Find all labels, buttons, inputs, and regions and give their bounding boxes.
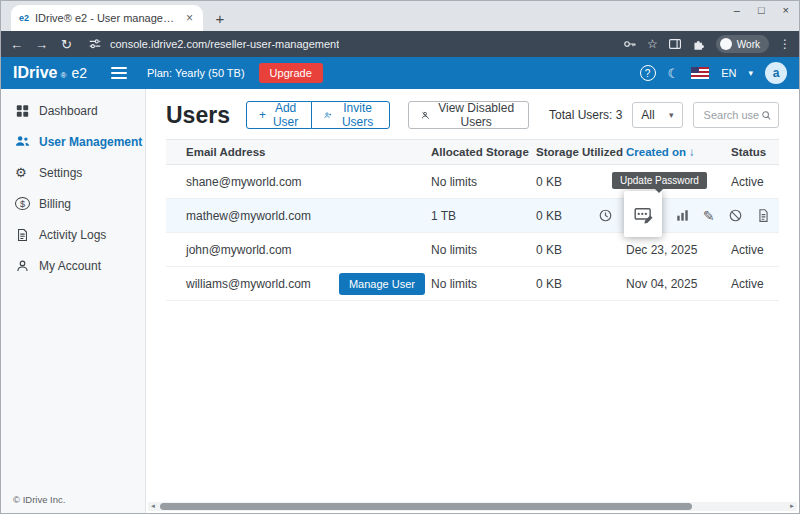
person-plus-icon [324, 109, 332, 122]
table-row[interactable]: williams@myworld.com Manage User No limi… [166, 267, 779, 301]
browser-toolbar: ← → ↻ console.idrive2.com/reseller-user-… [1, 31, 799, 57]
email-cell: shane@myworld.com [166, 175, 431, 189]
idrive-logo[interactable]: IDrive ® e2 [13, 64, 87, 82]
gear-icon: ⚙ [15, 166, 30, 179]
sidebar-item-label: Activity Logs [39, 228, 106, 242]
allocated-cell: No limits [431, 243, 536, 257]
status-cell: Active [731, 243, 779, 257]
maximize-icon[interactable]: □ [758, 4, 765, 16]
disable-user-icon[interactable] [728, 208, 743, 223]
scrollbar-thumb[interactable] [160, 503, 692, 510]
edit-pencil-icon[interactable]: ✎ [703, 209, 715, 223]
sidebar-item-activity-logs[interactable]: Activity Logs [1, 219, 145, 250]
toolbar-actions: ☆ Work ⋮ [623, 35, 791, 53]
manage-user-button[interactable]: Manage User [339, 273, 425, 295]
back-icon[interactable]: ← [9, 37, 24, 52]
allocated-cell: 1 TB [431, 209, 536, 223]
hamburger-menu-icon[interactable] [111, 67, 127, 79]
language-label[interactable]: EN [721, 67, 736, 79]
total-users-label: Total Users: 3 [549, 108, 622, 122]
table-row[interactable]: mathew@myworld.com 1 TB 0 KB [166, 199, 779, 233]
upgrade-button[interactable]: Upgrade [259, 63, 323, 83]
sidebar-item-settings[interactable]: ⚙ Settings [1, 157, 145, 188]
minimize-icon[interactable]: – [734, 4, 740, 16]
allocated-cell: No limits [431, 277, 536, 291]
search-box [693, 102, 779, 128]
plus-icon: + [259, 108, 266, 122]
search-icon[interactable] [761, 109, 772, 122]
col-header-allocated: Allocated Storage [431, 146, 536, 158]
logo-registered-mark: ® [60, 71, 66, 80]
copyright-text: © IDrive Inc. [13, 494, 65, 505]
new-tab-button[interactable]: + [209, 7, 231, 29]
app-body: Dashboard User Management ⚙ Settings $ B… [1, 89, 799, 513]
table-row[interactable]: john@myworld.com No limits 0 KB Dec 23, … [166, 233, 779, 267]
forward-icon[interactable]: → [34, 37, 49, 52]
view-disabled-users-button[interactable]: View Disabled Users [408, 101, 529, 129]
add-user-label: Add User [272, 101, 299, 129]
access-history-clock-icon[interactable] [598, 208, 613, 223]
sidebar-item-label: My Account [39, 259, 101, 273]
tab-close-icon[interactable]: × [184, 11, 195, 25]
tab-strip: e2 IDrive® e2 - User management × + – □ … [1, 1, 799, 31]
chevron-down-icon: ▾ [669, 110, 674, 120]
update-password-tooltip: Update Password [612, 172, 707, 189]
billing-dollar-icon: $ [15, 197, 30, 210]
sidebar: Dashboard User Management ⚙ Settings $ B… [1, 89, 146, 513]
users-table: Email Address Allocated Storage Storage … [166, 139, 779, 301]
allocated-cell: No limits [431, 175, 536, 189]
sidebar-item-user-management[interactable]: User Management [1, 126, 145, 157]
address-bar[interactable]: console.idrive2.com/reseller-user-manage… [84, 37, 613, 51]
col-header-created[interactable]: Created on ↓ [626, 146, 731, 158]
close-icon[interactable]: × [783, 4, 789, 16]
sidebar-item-billing[interactable]: $ Billing [1, 188, 145, 219]
browser-profile-chip[interactable]: Work [716, 35, 769, 53]
page-header: Users + Add User Invite Users [166, 99, 779, 131]
header-actions: ? ☾ EN ▾ a [640, 62, 787, 84]
browser-window: e2 IDrive® e2 - User management × + – □ … [0, 0, 800, 514]
reload-icon[interactable]: ↻ [59, 37, 74, 52]
sort-desc-icon: ↓ [689, 146, 695, 158]
invite-users-button[interactable]: Invite Users [311, 101, 390, 129]
sidebar-item-label: Dashboard [39, 104, 98, 118]
scroll-left-icon[interactable]: ◄ [148, 502, 158, 511]
page-title: Users [166, 102, 230, 129]
dark-mode-moon-icon[interactable]: ☾ [668, 66, 680, 81]
col-header-email: Email Address [166, 146, 431, 158]
user-actions-group: + Add User Invite Users [246, 101, 390, 129]
site-info-icon[interactable] [88, 37, 102, 51]
person-slash-icon [421, 109, 430, 122]
password-key-icon[interactable] [623, 37, 637, 51]
logo-brand: IDrive [13, 64, 57, 82]
side-panel-icon[interactable] [668, 37, 682, 51]
browser-menu-icon[interactable]: ⋮ [779, 37, 791, 51]
search-input[interactable] [702, 108, 762, 122]
url-text: console.idrive2.com/reseller-user-manage… [110, 38, 339, 50]
user-filter-select[interactable]: All ▾ [632, 102, 682, 128]
user-logs-file-icon[interactable] [756, 208, 771, 223]
extensions-puzzle-icon[interactable] [692, 37, 706, 51]
update-password-button[interactable] [624, 191, 662, 237]
invite-users-label: Invite Users [338, 101, 377, 129]
sidebar-item-label: Settings [39, 166, 82, 180]
sidebar-item-my-account[interactable]: My Account [1, 250, 145, 281]
add-user-button[interactable]: + Add User [246, 101, 312, 129]
help-icon[interactable]: ? [640, 65, 656, 81]
status-cell: Active [731, 277, 779, 291]
bookmark-star-icon[interactable]: ☆ [647, 37, 658, 51]
usage-stats-icon[interactable] [675, 208, 690, 223]
email-cell: mathew@myworld.com [166, 209, 431, 223]
horizontal-scrollbar[interactable]: ◄ ► [148, 502, 797, 511]
browser-tab[interactable]: e2 IDrive® e2 - User management × [11, 5, 203, 31]
sidebar-item-dashboard[interactable]: Dashboard [1, 95, 145, 126]
col-header-utilized: Storage Utilized [536, 146, 626, 158]
window-controls: – □ × [734, 4, 789, 16]
scroll-right-icon[interactable]: ► [787, 502, 797, 511]
user-avatar[interactable]: a [765, 62, 787, 84]
plan-label: Plan: Yearly (50 TB) [147, 67, 245, 79]
view-disabled-label: View Disabled Users [436, 101, 516, 129]
sidebar-item-label: User Management [39, 135, 142, 149]
sidebar-item-label: Billing [39, 197, 71, 211]
email-text: williams@myworld.com [186, 277, 311, 291]
language-caret-icon[interactable]: ▾ [748, 68, 753, 78]
